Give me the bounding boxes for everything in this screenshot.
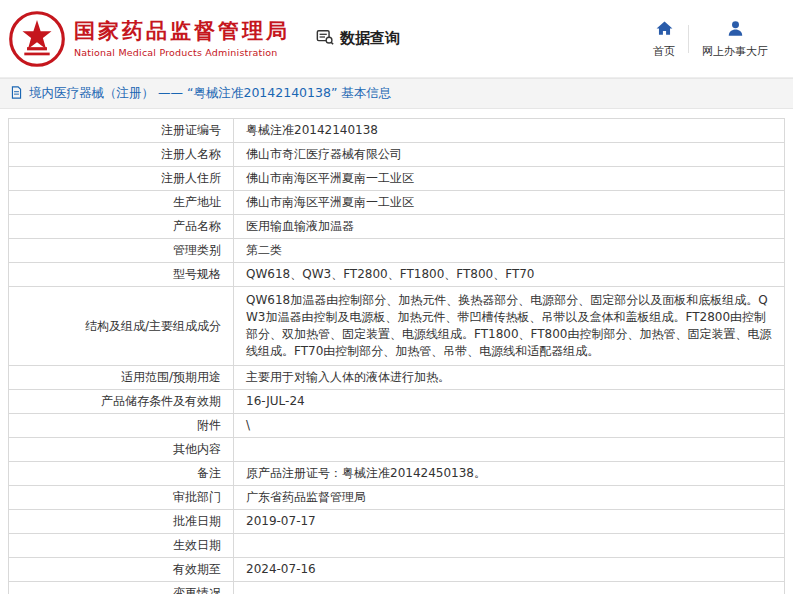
table-row: 注册人名称佛山市奇汇医疗器械有限公司 xyxy=(9,143,785,167)
home-icon xyxy=(655,19,674,41)
info-table: 注册证编号粤械注准20142140138注册人名称佛山市奇汇医疗器械有限公司注册… xyxy=(8,118,785,594)
row-label: 变更情况 xyxy=(9,582,234,594)
row-value: QW618、QW3、FT2800、FT1800、FT800、FT70 xyxy=(234,263,785,287)
data-query-icon xyxy=(316,28,334,50)
table-row: 注册人住所佛山市南海区平洲夏南一工业区 xyxy=(9,167,785,191)
brand-text: 国家药品监督管理局 National Medical Products Admi… xyxy=(74,19,290,57)
row-value: 粤械注准20142140138 xyxy=(234,119,785,143)
row-value: 医用输血输液加温器 xyxy=(234,215,785,239)
row-value: 佛山市奇汇医疗器械有限公司 xyxy=(234,143,785,167)
org-name-cn: 国家药品监督管理局 xyxy=(74,19,290,43)
row-label: 管理类别 xyxy=(9,239,234,263)
page: 国家药品监督管理局 National Medical Products Admi… xyxy=(0,0,793,594)
row-label: 生效日期 xyxy=(9,534,234,558)
table-row: 有效期至2024-07-16 xyxy=(9,558,785,582)
site-header: 国家药品监督管理局 National Medical Products Admi… xyxy=(0,0,793,78)
data-query-label: 数据查询 xyxy=(340,29,400,48)
row-value: 2019-07-17 xyxy=(234,510,785,534)
person-icon xyxy=(726,19,745,41)
row-value: 原产品注册证号：粤械注准20142450138。 xyxy=(234,462,785,486)
row-value xyxy=(234,438,785,462)
row-label: 审批部门 xyxy=(9,486,234,510)
row-value: QW618加温器由控制部分、加热元件、换热器部分、电源部分、固定部分以及面板和底… xyxy=(234,287,785,366)
table-row: 审批部门广东省药品监督管理局 xyxy=(9,486,785,510)
row-label: 注册人住所 xyxy=(9,167,234,191)
row-value: 佛山市南海区平洲夏南一工业区 xyxy=(234,167,785,191)
nav-home[interactable]: 首页 xyxy=(640,19,688,59)
row-value: 2024-07-16 xyxy=(234,558,785,582)
row-value: 第二类 xyxy=(234,239,785,263)
table-row: 适用范围/预期用途主要用于对输入人体的液体进行加热。 xyxy=(9,366,785,390)
org-name-en: National Medical Products Administration xyxy=(74,47,290,58)
row-label: 备注 xyxy=(9,462,234,486)
row-value: 广东省药品监督管理局 xyxy=(234,486,785,510)
table-row: 附件\ xyxy=(9,414,785,438)
nav-service-hall[interactable]: 网上办事大厅 xyxy=(689,19,781,59)
data-query-title: 数据查询 xyxy=(316,28,400,50)
row-label: 批准日期 xyxy=(9,510,234,534)
nav-home-label: 首页 xyxy=(653,44,675,59)
row-value: 主要用于对输入人体的液体进行加热。 xyxy=(234,366,785,390)
row-value: 16-JUL-24 xyxy=(234,390,785,414)
table-row: 其他内容 xyxy=(9,438,785,462)
table-row: 生效日期 xyxy=(9,534,785,558)
row-label: 其他内容 xyxy=(9,438,234,462)
nav-service-hall-label: 网上办事大厅 xyxy=(702,44,768,59)
table-row: 产品储存条件及有效期16-JUL-24 xyxy=(9,390,785,414)
table-row: 备注原产品注册证号：粤械注准20142450138。 xyxy=(9,462,785,486)
row-label: 结构及组成/主要组成成分 xyxy=(9,287,234,366)
row-value xyxy=(234,582,785,594)
table-row: 批准日期2019-07-17 xyxy=(9,510,785,534)
table-row: 注册证编号粤械注准20142140138 xyxy=(9,119,785,143)
row-label: 有效期至 xyxy=(9,558,234,582)
document-icon xyxy=(10,84,23,103)
row-value: \ xyxy=(234,414,785,438)
row-label: 型号规格 xyxy=(9,263,234,287)
row-label: 产品储存条件及有效期 xyxy=(9,390,234,414)
row-value: 佛山市南海区平洲夏南一工业区 xyxy=(234,191,785,215)
row-label: 注册人名称 xyxy=(9,143,234,167)
table-row: 型号规格QW618、QW3、FT2800、FT1800、FT800、FT70 xyxy=(9,263,785,287)
row-label: 适用范围/预期用途 xyxy=(9,366,234,390)
table-row: 结构及组成/主要组成成分QW618加温器由控制部分、加热元件、换热器部分、电源部… xyxy=(9,287,785,366)
header-nav: 首页 网上办事大厅 xyxy=(640,19,781,59)
table-row: 管理类别第二类 xyxy=(9,239,785,263)
row-label: 生产地址 xyxy=(9,191,234,215)
brand-home-link[interactable]: 国家药品监督管理局 National Medical Products Admi… xyxy=(8,10,290,68)
info-table-body: 注册证编号粤械注准20142140138注册人名称佛山市奇汇医疗器械有限公司注册… xyxy=(9,119,785,594)
row-label: 注册证编号 xyxy=(9,119,234,143)
page-title: 境内医疗器械（注册） —— “粤械注准20142140138” 基本信息 xyxy=(29,85,391,102)
row-label: 附件 xyxy=(9,414,234,438)
page-title-bar: 境内医疗器械（注册） —— “粤械注准20142140138” 基本信息 xyxy=(0,78,793,109)
table-row: 产品名称医用输血输液加温器 xyxy=(9,215,785,239)
row-label: 产品名称 xyxy=(9,215,234,239)
row-value xyxy=(234,534,785,558)
table-row: 变更情况 xyxy=(9,582,785,594)
nmpa-emblem-logo xyxy=(8,10,66,68)
table-row: 生产地址佛山市南海区平洲夏南一工业区 xyxy=(9,191,785,215)
